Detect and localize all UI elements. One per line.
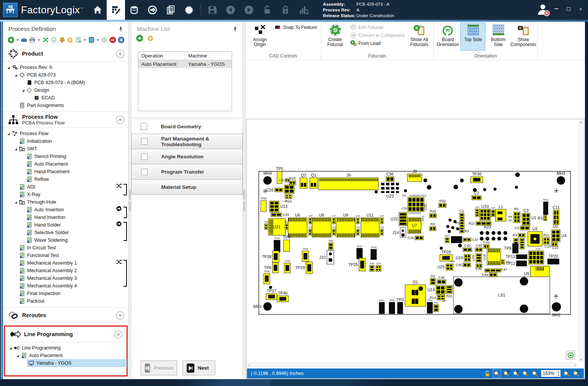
column-header-operation[interactable]: Operation — [138, 52, 185, 60]
tree-item-pcb-429-073[interactable]: ◢PCB 429-073 — [3, 71, 128, 79]
save-button[interactable] — [203, 0, 221, 20]
tree-item-auto-placement[interactable]: Auto Placement — [3, 160, 128, 168]
create-fiducial-button[interactable]: Create Fiducial — [323, 22, 348, 51]
board-icon[interactable] — [50, 36, 57, 44]
unlock-button[interactable] — [258, 0, 276, 20]
dropdown-caret-icon[interactable] — [37, 36, 41, 44]
scroll-left-icon[interactable]: ‹ — [248, 362, 250, 368]
user-account-icon[interactable] — [536, 3, 551, 17]
reorder-icon[interactable] — [42, 36, 49, 44]
minus-red-icon[interactable] — [109, 36, 116, 44]
add-icon[interactable] — [136, 35, 144, 42]
audit-button[interactable] — [295, 0, 313, 20]
scroll-down-icon[interactable]: ▼ — [579, 358, 582, 361]
home-button[interactable] — [88, 0, 107, 20]
tree-item-process-flow[interactable]: ◢Process Flow — [3, 130, 128, 137]
tree-item-packout[interactable]: Packout — [3, 297, 128, 305]
line-programming-collapse-button[interactable] — [114, 330, 123, 339]
tree-item-part-assignments[interactable]: Part Assignments — [3, 102, 128, 109]
materials-button[interactable] — [125, 0, 143, 20]
tree-item-mechanical-assembly-4[interactable]: Mechanical Assembly 4 — [3, 282, 128, 290]
tree-item-auto-insertion[interactable]: Auto Insertion — [3, 206, 128, 214]
transfer-button[interactable] — [143, 0, 162, 20]
zoom-window-button[interactable] — [493, 370, 501, 377]
zoom-spinner-arrows[interactable]: ▲▼ — [556, 370, 561, 377]
bell-icon[interactable] — [58, 36, 66, 44]
tree-item-hand-placement[interactable]: Hand Placement — [3, 168, 128, 175]
zoom-out-button[interactable]: − — [531, 370, 539, 377]
close-button[interactable]: × — [577, 5, 584, 12]
minimize-button[interactable] — [553, 5, 560, 12]
tree-item-yamaha-ygos[interactable]: Yamaha - YGOS — [5, 359, 127, 367]
gear-gold-icon[interactable] — [67, 36, 74, 44]
from-lead-button[interactable]: From Lead — [348, 39, 383, 47]
process-flow-collapse-button[interactable] — [116, 115, 125, 124]
horizontal-scrollbar[interactable]: ‹› — [247, 362, 577, 368]
tree-item-reflow[interactable]: Reflow — [3, 175, 128, 183]
tree-item-functional-test[interactable]: Functional Test — [3, 252, 128, 259]
settings-button[interactable] — [180, 0, 198, 20]
tree-item-stencil-printing[interactable]: Stencil Printing — [3, 153, 128, 160]
tree-item-process-rev-a[interactable]: ◢Process Rev: A — [3, 64, 128, 71]
refresh-gray-icon[interactable] — [101, 36, 108, 44]
forward-button[interactable] — [240, 0, 258, 20]
zoom-out-small-button[interactable]: − — [522, 370, 529, 377]
tree-item-design[interactable]: ◢Design — [3, 86, 128, 94]
print-icon[interactable] — [29, 36, 36, 44]
reroutes-expand-button[interactable] — [116, 311, 125, 320]
edit-fiducial-button[interactable]: Edit Fiducial — [348, 23, 386, 31]
pause-blue-icon[interactable] — [117, 36, 125, 44]
lock-zoom-icon[interactable] — [484, 370, 491, 377]
zoom-in-button[interactable]: + — [563, 370, 570, 377]
tree-item-line-programming[interactable]: ◢Line Programming — [5, 344, 127, 352]
snap-to-feature-button[interactable]: Snap To Feature — [272, 23, 319, 31]
documents-button[interactable] — [162, 0, 180, 20]
tree-item-hand-solder[interactable]: Hand Solder — [3, 221, 128, 229]
tree-item-pcb-429-073-a-bom[interactable]: PCB 429-073 - A (BOM) — [3, 79, 128, 86]
lock-button[interactable] — [276, 0, 295, 20]
zoom-in-large-button[interactable]: ++ — [572, 370, 580, 377]
tree-item-mechanical-assembly-1[interactable]: Mechanical Assembly 1 — [3, 259, 128, 267]
step-checkbox[interactable] — [141, 169, 147, 175]
gear-gold-icon[interactable] — [147, 35, 154, 42]
show-components-button[interactable]: Show Components — [511, 22, 536, 51]
scroll-up-icon[interactable]: ▲ — [579, 120, 582, 124]
tree-item-through-hole[interactable]: ◢Through-Hole — [3, 198, 128, 206]
process-definition-button[interactable] — [107, 0, 125, 20]
doc-export-icon[interactable] — [75, 36, 82, 44]
next-button[interactable]: Next — [183, 360, 215, 375]
vertical-scrollbar[interactable]: ▲▼ — [578, 120, 584, 362]
step-checkbox[interactable] — [141, 153, 147, 160]
maximize-button[interactable] — [565, 5, 572, 12]
tree-item-mechanical-assembly-2[interactable]: Mechanical Assembly 2 — [3, 267, 128, 274]
step-checkbox[interactable] — [141, 138, 147, 145]
dropdown-caret-icon[interactable] — [96, 36, 100, 44]
db-blue-icon[interactable] — [88, 36, 95, 44]
tree-item-hand-insertion[interactable]: Hand Insertion — [3, 214, 128, 221]
tree-item-in-circuit-test[interactable]: In Circuit Test — [3, 244, 128, 252]
pcb-view[interactable]: MH4TP5C28R25Q2Q1J9C56U23J8TP30MH3C2C26R2… — [247, 120, 580, 362]
dropdown-caret-icon[interactable] — [83, 36, 87, 44]
tree-item-auto-placement[interactable]: ◢Auto Placement — [5, 352, 127, 359]
tree-item-mechanical-assembly-3[interactable]: Mechanical Assembly 3 — [3, 274, 128, 282]
step-program-transfer[interactable]: Program Transfer — [131, 164, 243, 180]
tree-item-wave-soldering[interactable]: Wave Soldering — [3, 236, 128, 244]
machine-list-pin-icon[interactable] — [232, 26, 238, 32]
zoom-all-button[interactable]: ALL — [512, 370, 520, 377]
bottom-side-button[interactable]: Bottom Side — [485, 22, 511, 51]
show-all-fiducials-button[interactable]: Show All Fiducials — [407, 22, 432, 51]
view-reset-button[interactable] — [566, 351, 575, 360]
previous-button[interactable]: Previous — [141, 360, 177, 375]
board-orientation-button[interactable]: 90Board Orientation — [435, 22, 460, 51]
tree-item-aoi[interactable]: AOI — [3, 183, 128, 191]
pin-icon[interactable] — [118, 26, 124, 32]
tree-item-ecad[interactable]: ECAD — [3, 94, 128, 102]
product-collapse-button[interactable] — [116, 49, 125, 58]
left-splitter[interactable] — [129, 22, 131, 379]
scroll-right-icon[interactable]: › — [574, 362, 576, 368]
step-part-management-troubleshooting[interactable]: Part Management & Troubleshooting — [131, 134, 243, 149]
tree-item-final-inspection[interactable]: Final Inspection — [3, 290, 128, 297]
tree-item-selective-solder[interactable]: Selective Solder — [3, 229, 128, 236]
step-angle-resolution[interactable]: Angle Resolution — [131, 149, 243, 164]
find-icon[interactable] — [21, 36, 28, 44]
